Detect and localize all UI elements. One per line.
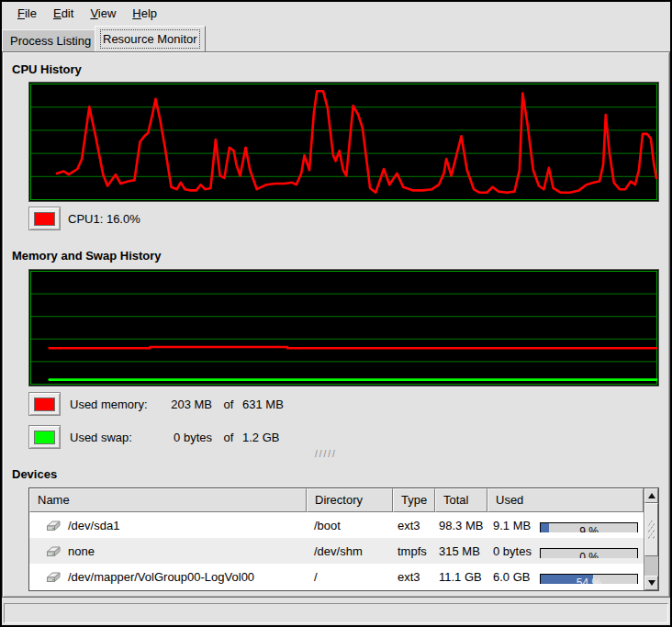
menu-view[interactable]: View (82, 2, 124, 26)
device-name: none (68, 544, 95, 558)
memory-swap-graph (28, 269, 659, 386)
statusbar (4, 603, 668, 623)
device-directory: /boot (307, 519, 393, 532)
resource-monitor-page: CPU History CPU1: 16.0% Memory and Swap … (2, 51, 670, 598)
memory-color-button[interactable] (28, 392, 61, 416)
usage-progress-bar: 54 % (540, 574, 638, 584)
device-directory: /dev/shm (307, 544, 393, 558)
tab-resource-monitor-label: Resource Monitor (103, 32, 197, 46)
memory-color-swatch (34, 397, 55, 411)
cpu-legend: CPU1: 16.0% (28, 206, 140, 231)
pane-resize-grip[interactable]: ///// (315, 449, 337, 459)
device-type: tmpfs (393, 544, 435, 558)
usage-percent-label: 9 % (541, 523, 637, 532)
memory-history-title: Memory and Swap History (12, 249, 162, 263)
cpu-history-graph (28, 82, 659, 202)
scroll-up-icon (648, 493, 655, 498)
column-header-type[interactable]: Type (393, 488, 435, 512)
column-header-name[interactable]: Name (29, 488, 307, 512)
usage-progress-bar: 0 % (540, 548, 638, 558)
used-memory-legend: Used memory: 203 MB of 631 MB (28, 391, 284, 417)
used-swap-of: of (219, 431, 238, 444)
device-row[interactable]: none /dev/shm tmpfs 315 MB 0 bytes 0 % (29, 538, 644, 564)
device-used: 9.1 MB (493, 519, 531, 532)
menu-file[interactable]: File (9, 2, 45, 26)
scroll-down-button[interactable] (644, 576, 658, 590)
device-type: ext3 (393, 570, 435, 584)
scrollbar-thumb[interactable] (644, 503, 658, 556)
device-total: 98.3 MB (435, 519, 487, 532)
cpu-color-button[interactable] (28, 207, 61, 230)
tab-process-listing[interactable]: Process Listing (2, 29, 99, 51)
device-total: 11.1 GB (435, 570, 487, 584)
devices-table-header: Name Directory Type Total Used (29, 488, 644, 512)
system-monitor-window: FileEditViewHelp Process Listing Resourc… (0, 0, 672, 627)
device-total: 315 MB (435, 544, 487, 558)
devices-table: Name Directory Type Total Used /dev/sda1… (28, 487, 659, 591)
device-used: 0 bytes (493, 544, 532, 558)
menubar: FileEditViewHelp (2, 2, 670, 26)
swap-total-value: 1.2 GB (242, 431, 279, 444)
menu-edit[interactable]: Edit (45, 2, 82, 26)
device-row[interactable]: /dev/mapper/VolGroup00-LogVol00 / ext3 1… (29, 564, 644, 589)
device-type: ext3 (393, 519, 435, 532)
device-row[interactable]: /dev/sda1 /boot ext3 98.3 MB 9.1 MB 9 % (29, 512, 644, 538)
used-memory-label: Used memory: (70, 397, 159, 411)
devices-title: Devices (12, 467, 57, 481)
tab-bar: Process Listing Resource Monitor (2, 26, 670, 51)
tab-process-listing-label: Process Listing (10, 34, 91, 48)
device-name: /dev/mapper/VolGroup00-LogVol00 (68, 570, 254, 584)
used-swap-label: Used swap: (70, 431, 159, 444)
used-memory-of: of (219, 397, 238, 411)
memory-total-value: 631 MB (242, 397, 284, 411)
drive-icon (44, 570, 62, 584)
device-directory: / (307, 570, 393, 584)
devices-table-body: /dev/sda1 /boot ext3 98.3 MB 9.1 MB 9 % … (29, 512, 644, 590)
devices-scrollbar[interactable] (644, 488, 658, 590)
device-used: 6.0 GB (493, 570, 530, 584)
column-header-used[interactable]: Used (487, 488, 644, 512)
column-header-total[interactable]: Total (435, 488, 487, 512)
drive-icon (44, 544, 62, 558)
column-header-directory[interactable]: Directory (307, 488, 393, 512)
used-swap-value: 0 bytes (159, 431, 212, 444)
used-swap-legend: Used swap: 0 bytes of 1.2 GB (28, 424, 279, 450)
usage-percent-label: 0 % (541, 549, 637, 558)
swap-color-button[interactable] (28, 425, 61, 449)
menu-help[interactable]: Help (124, 2, 165, 26)
used-memory-value: 203 MB (159, 397, 212, 411)
cpu-legend-label: CPU1: 16.0% (68, 212, 140, 226)
scroll-up-button[interactable] (644, 488, 658, 503)
scroll-down-icon (648, 580, 655, 586)
drive-icon (44, 519, 62, 532)
device-name: /dev/sda1 (68, 519, 119, 532)
swap-color-swatch (34, 431, 55, 444)
tab-resource-monitor[interactable]: Resource Monitor (95, 26, 206, 51)
usage-percent-label: 54 % (541, 575, 637, 584)
scrollbar-trough[interactable] (644, 556, 658, 576)
devices-table-main: Name Directory Type Total Used /dev/sda1… (29, 488, 644, 590)
usage-progress-bar: 9 % (540, 522, 638, 532)
cpu-color-swatch (34, 212, 55, 226)
cpu-history-title: CPU History (12, 62, 82, 76)
